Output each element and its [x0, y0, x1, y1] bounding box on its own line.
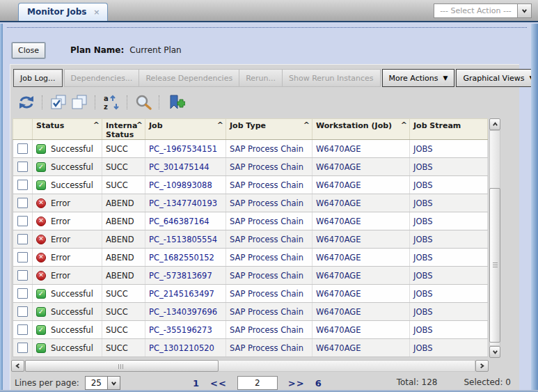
status-icon [36, 217, 46, 226]
column-header-job-stream[interactable]: Job Stream [410, 119, 488, 140]
row-checkbox[interactable] [17, 143, 28, 154]
horizontal-scrollbar[interactable] [11, 360, 489, 372]
row-checkbox[interactable] [17, 162, 28, 172]
close-button[interactable]: Close [12, 42, 45, 58]
job-link[interactable]: PC_-573813697 [149, 271, 212, 281]
job-link[interactable]: PC_2145163497 [149, 289, 214, 299]
vertical-scrollbar-thumb[interactable] [489, 188, 500, 343]
lines-per-page-select[interactable]: 25 [85, 376, 107, 390]
search-icon[interactable] [133, 93, 154, 111]
internal-status-text: SUCC [106, 289, 128, 299]
select-action-caret-icon[interactable] [517, 3, 532, 18]
status-text: Successful [51, 144, 93, 154]
sort-indicator-icon[interactable]: ^ [401, 120, 407, 130]
row-checkbox[interactable] [17, 343, 28, 353]
job-link[interactable]: PC_-109893088 [149, 180, 212, 190]
column-header-job[interactable]: Job ^ [145, 119, 226, 140]
row-checkbox[interactable] [17, 252, 28, 262]
sort-indicator-icon[interactable]: ^ [136, 120, 143, 130]
job-link[interactable]: PC_301475144 [149, 162, 209, 172]
plan-row: Close Plan Name: Current Plan [12, 42, 182, 58]
last-page-link[interactable]: 6 [315, 378, 322, 389]
status-text: Successful [51, 180, 93, 190]
horizontal-scrollbar-thumb[interactable] [25, 360, 219, 372]
add-bookmark-icon[interactable] [165, 93, 186, 111]
scroll-right-icon[interactable] [475, 360, 489, 372]
sort-indicator-icon[interactable]: ^ [303, 120, 310, 130]
row-checkbox[interactable] [17, 198, 28, 208]
sort-indicator-icon[interactable]: ^ [217, 120, 223, 130]
previous-page-link[interactable]: << [210, 378, 227, 389]
scroll-up-icon[interactable] [489, 118, 500, 130]
lines-per-page-caret-icon[interactable] [107, 376, 120, 390]
job-stream-text: JOBS [413, 144, 432, 154]
tab-monitor-jobs[interactable]: Monitor Jobs× [18, 3, 108, 21]
job-link[interactable]: PC_646387164 [149, 217, 209, 226]
deselect-all-icon[interactable] [69, 93, 90, 111]
select-all-icon[interactable] [48, 93, 69, 111]
workstation-text: W6470AGE [316, 162, 361, 172]
job-stream-text: JOBS [413, 162, 432, 172]
internal-status-text: SUCC [106, 162, 128, 172]
rerun-button[interactable]: Rerun... [239, 69, 283, 87]
graphical-views-button[interactable]: Graphical Views ▼ [456, 69, 538, 87]
job-link[interactable]: PC_-1967534151 [149, 144, 217, 154]
select-action-value[interactable]: --- Select Action --- [434, 3, 517, 18]
status-icon [36, 271, 46, 281]
row-checkbox[interactable] [17, 270, 28, 281]
tab-close-icon[interactable]: × [93, 8, 100, 17]
page-input[interactable] [237, 376, 278, 390]
scroll-left-icon[interactable] [11, 360, 24, 372]
row-checkbox[interactable] [17, 306, 28, 317]
job-link[interactable]: PC_-355196273 [149, 325, 212, 335]
table-row: Successful SUCC PC_-1340397696 SAP Proce… [13, 303, 488, 321]
sort-icon[interactable]: a z [101, 93, 122, 111]
job-log-button[interactable]: Job Log... [13, 69, 63, 87]
status-text: Successful [51, 325, 93, 335]
job-link[interactable]: PC_-1340397696 [149, 307, 217, 317]
job-type-text: SAP Process Chain [230, 271, 303, 281]
status-text: Error [51, 217, 70, 226]
status-text: Successful [51, 343, 93, 353]
row-checkbox[interactable] [17, 288, 28, 299]
scroll-down-icon[interactable] [489, 346, 500, 358]
table-footer: Lines per page: 25 1 << >> 6 Total: [10, 375, 519, 391]
dependencies-button[interactable]: Dependencies... [64, 69, 140, 87]
row-checkbox[interactable] [17, 234, 28, 244]
select-action-dropdown[interactable]: --- Select Action --- [434, 3, 532, 18]
column-header-workstation[interactable]: Workstation (Job) ^ [312, 119, 410, 140]
table-row: Error ABEND PC_-1347740193 SAP Process C… [13, 194, 488, 212]
table-row: Error ABEND PC_-573813697 SAP Process Ch… [13, 267, 488, 285]
job-link[interactable]: PC_1301210520 [149, 343, 214, 353]
job-type-text: SAP Process Chain [230, 307, 303, 317]
status-text: Error [51, 271, 70, 281]
row-checkbox[interactable] [17, 216, 28, 226]
tab-bar: Monitor Jobs× --- Select Action --- [0, 0, 538, 22]
job-link[interactable]: PC_-1513805554 [149, 235, 217, 244]
first-page-link[interactable]: 1 [193, 378, 200, 389]
column-header-job-type[interactable]: Job Type ^ [226, 119, 312, 140]
status-icon [36, 144, 46, 154]
refresh-icon[interactable] [16, 93, 37, 111]
status-icon [36, 289, 46, 299]
plan-name-value: Current Plan [129, 45, 181, 55]
sort-indicator-icon[interactable]: ^ [93, 120, 100, 130]
job-link[interactable]: PC_1682550152 [149, 253, 214, 262]
column-header-internal-status[interactable]: Interna Status ^ [102, 119, 145, 140]
row-checkbox[interactable] [17, 324, 28, 335]
svg-text:z: z [104, 103, 108, 111]
internal-status-text: ABEND [106, 271, 134, 281]
release-dependencies-button[interactable]: Release Dependencies [139, 69, 239, 87]
job-link[interactable]: PC_-1347740193 [149, 198, 217, 208]
status-icon [36, 325, 46, 335]
column-header-status[interactable]: Status ^ [33, 119, 102, 140]
workstation-text: W6470AGE [316, 198, 361, 208]
next-page-link[interactable]: >> [288, 378, 305, 389]
job-type-text: SAP Process Chain [230, 343, 303, 353]
show-rerun-instances-button[interactable]: Show Rerun Instances [282, 69, 381, 87]
toolbar-separator [127, 95, 128, 109]
table-row: Successful SUCC PC_1301210520 SAP Proces… [13, 339, 488, 357]
vertical-scrollbar[interactable] [489, 118, 500, 358]
row-checkbox[interactable] [17, 180, 28, 190]
more-actions-button[interactable]: More Actions ▼ [382, 69, 455, 87]
